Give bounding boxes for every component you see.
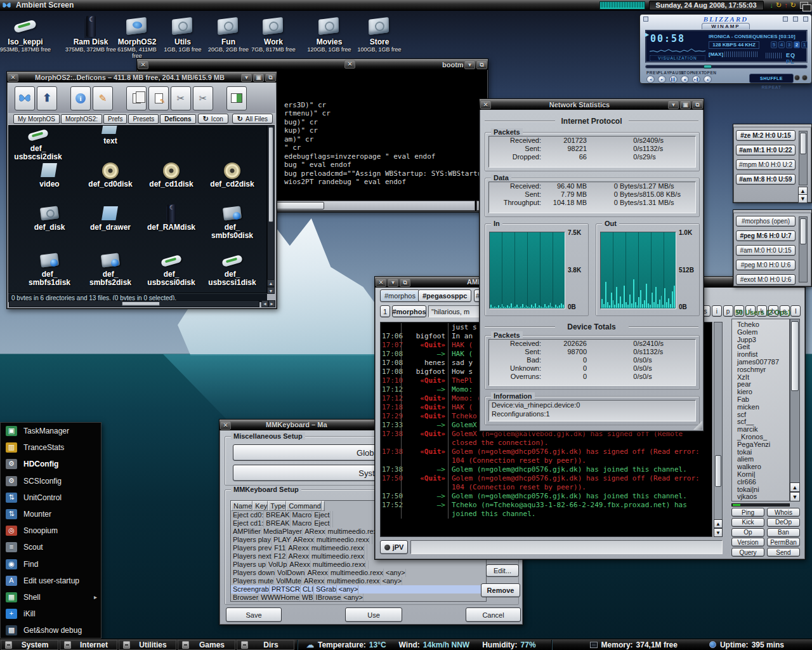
- user-list-item[interactable]: Korni|: [737, 471, 789, 479]
- menu-item[interactable]: ◎ Snoopium ▸: [1, 522, 101, 539]
- user-list-item[interactable]: Fab: [737, 396, 789, 404]
- cancel-button[interactable]: Cancel: [466, 607, 521, 622]
- transport-button[interactable]: ■: [681, 76, 689, 83]
- taskbar-menu-button[interactable]: Internet: [60, 640, 117, 650]
- path-tab[interactable]: Presets: [128, 114, 159, 124]
- quick-letter-button[interactable]: i: [712, 305, 722, 317]
- transport-button[interactable]: ►▌: [692, 76, 700, 83]
- track-title[interactable]: IRONICA - CONSEQUENCES [03:10]: [709, 34, 806, 39]
- window-gadget-icon[interactable]: [643, 17, 648, 22]
- nickname-button[interactable]: jPV: [380, 540, 408, 554]
- desktop-volume-icon[interactable]: Iso_keppi 953MB, 187MB free: [0, 15, 51, 53]
- nick-action-button[interactable]: DeOp: [767, 518, 800, 527]
- menu-item[interactable]: ⇅ UnitControl ▸: [1, 489, 101, 506]
- line-counter-button[interactable]: 1: [380, 305, 390, 317]
- path-tab[interactable]: MorphOS2:: [61, 114, 102, 124]
- menu-item[interactable]: ▣ TaskManager ▸: [1, 423, 101, 439]
- file-icon[interactable]: def_ usbscsi1disk: [203, 251, 261, 287]
- scrollbar-knob[interactable]: [715, 455, 721, 487]
- iconify-icon[interactable]: ▾: [464, 60, 475, 69]
- cut-paste-icon[interactable]: ✂: [193, 86, 213, 110]
- volume-slider[interactable]: [MAX]: [709, 51, 763, 59]
- menu-item[interactable]: ⚙ SCSIconfig ▸: [1, 473, 101, 489]
- desktop-volume-icon[interactable]: Utils 1GB, 1GB free: [157, 15, 208, 53]
- user-list-item[interactable]: micken: [737, 404, 789, 411]
- close-icon[interactable]: [803, 17, 808, 22]
- path-tab[interactable]: My MorphOS: [13, 114, 60, 124]
- rename-icon[interactable]: ✎: [93, 86, 113, 110]
- channel-timer-button[interactable]: #am M:8 H:0 U:59: [736, 174, 796, 185]
- resize-handle[interactable]: ◄►: [261, 300, 275, 307]
- menu-item[interactable]: + iKill ▸: [1, 606, 101, 622]
- scroll-up-icon[interactable]: ▲: [267, 279, 275, 286]
- file-icon[interactable]: def_cd2disk: [203, 161, 261, 189]
- column-header[interactable]: Key: [252, 501, 268, 511]
- channel-timer-button[interactable]: #am M:1 H:0 U:22: [736, 145, 796, 156]
- menu-item[interactable]: ▥ TranceStats ▸: [1, 439, 101, 456]
- file-icon[interactable]: def_ smbfs0disk: [203, 204, 261, 240]
- scroll-down-icon[interactable]: ▼: [798, 194, 808, 203]
- nick-action-button[interactable]: Ban: [767, 528, 800, 537]
- zoom-icon[interactable]: ▣: [680, 100, 691, 109]
- channel-tab-pegasosppc[interactable]: #pegasosppc: [418, 289, 471, 302]
- file-icon[interactable]: def_cd0disk: [81, 161, 140, 189]
- taskbar-menu-button[interactable]: Utilities: [119, 640, 176, 650]
- close-icon[interactable]: ✕: [8, 73, 18, 82]
- column-header[interactable]: [322, 501, 325, 511]
- butterfly-icon[interactable]: [15, 86, 35, 110]
- menu-item[interactable]: ◉ Find ▸: [1, 556, 101, 573]
- path-tab[interactable]: Deficons: [160, 114, 195, 124]
- close-icon[interactable]: ✕: [344, 60, 355, 69]
- scrollbar-knob[interactable]: [791, 321, 799, 391]
- taskbar-menu-button[interactable]: Games: [178, 640, 235, 650]
- menu-item[interactable]: ▩ Get&show debug ▸: [1, 622, 101, 639]
- table-row[interactable]: ScreengrabPRTSCRCLISGrab<any>: [231, 585, 486, 594]
- iconify-icon[interactable]: ▾: [668, 100, 679, 109]
- taskbar-menu-button[interactable]: System: [1, 640, 58, 650]
- file-icon[interactable]: def_ usbscsi0disk: [142, 251, 200, 287]
- column-header[interactable]: Type: [268, 501, 286, 511]
- preset-number-button[interactable]: 5: [771, 41, 777, 48]
- winamp-tab[interactable]: WINAMP: [702, 23, 750, 29]
- nick-action-button[interactable]: Whois: [767, 508, 800, 517]
- panel-scrollbar[interactable]: [799, 216, 808, 282]
- menubar[interactable]: Ambient Screen Sunday, 24 Aug 2008, 17:5…: [0, 0, 812, 11]
- netstats-titlebar[interactable]: ✕ Network Statistics ▾ ▣ ⧉: [480, 99, 704, 110]
- desktop-volume-icon[interactable]: Ram Disk 375MB, 372MB free: [62, 15, 119, 53]
- view-mode-button[interactable]: ↻Icon: [198, 114, 228, 124]
- use-button[interactable]: Use: [345, 607, 402, 622]
- remove-button[interactable]: Remove: [481, 583, 520, 597]
- user-list[interactable]: TchekoGolemJupp3Geitironfistjames007787r…: [731, 319, 790, 501]
- scroll-down-icon[interactable]: ▼: [714, 528, 723, 537]
- desktop-volume-icon[interactable]: MorphOS2 615MB, 411MB free: [113, 15, 161, 59]
- channel-timer-button[interactable]: #mpm M:0 H:0 U:2: [736, 159, 796, 170]
- userlist-scrollbar[interactable]: [790, 319, 800, 501]
- table-row[interactable]: Players upVolUpARexxmultimeedio.rexx: [231, 560, 486, 569]
- user-list-item[interactable]: james007787: [737, 359, 789, 366]
- taskbar-menu-button[interactable]: Dirs: [237, 640, 294, 650]
- close-icon[interactable]: ✕: [138, 60, 148, 69]
- quick-letter-button[interactable]: p: [723, 305, 733, 317]
- nick-action-button[interactable]: PermBan: [767, 538, 800, 547]
- scroll-down-icon[interactable]: ▼: [267, 287, 275, 294]
- chat-input[interactable]: [410, 540, 723, 554]
- channel-timer-button[interactable]: #peg M:6 H:0 U:7: [736, 230, 796, 241]
- paste-icon[interactable]: ✎: [148, 86, 169, 110]
- nick-action-button[interactable]: Ping: [731, 508, 764, 517]
- user-list-item[interactable]: clr666: [737, 479, 789, 486]
- dual-view-icon[interactable]: [226, 86, 247, 110]
- preset-number-button[interactable]: 4: [778, 41, 785, 48]
- column-header[interactable]: Command: [286, 501, 322, 511]
- window-gadget-icon[interactable]: [793, 17, 798, 22]
- file-icon[interactable]: def_ smbfs2disk: [81, 251, 140, 287]
- table-row[interactable]: Players downVolDownARexxmultimeedio.rexx…: [231, 569, 486, 577]
- seek-knob[interactable]: [704, 65, 712, 69]
- eq-pl-buttons[interactable]: EQ PL: [786, 52, 806, 65]
- menu-item[interactable]: ≡ Scout ▸: [1, 539, 101, 555]
- scrollbar-knob[interactable]: [800, 133, 806, 154]
- vertical-scrollbar[interactable]: [267, 125, 275, 293]
- bootmenu-titlebar[interactable]: ✕ ✕ bootmenu ▾ ⧉: [137, 59, 488, 70]
- cut-icon[interactable]: ✂: [171, 86, 191, 110]
- menu-item[interactable]: ⚙ HDConfig ▸: [1, 456, 101, 472]
- depth-icon[interactable]: ⧉: [692, 100, 703, 109]
